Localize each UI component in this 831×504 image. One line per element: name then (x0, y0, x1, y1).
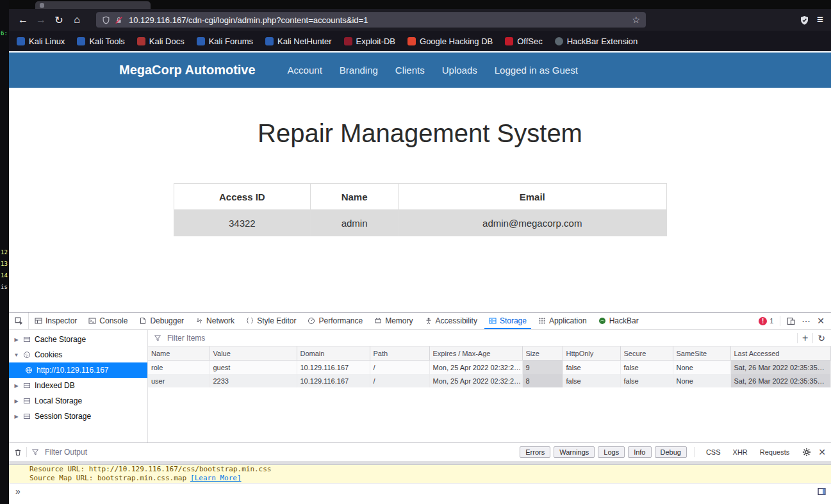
url-input[interactable] (128, 15, 627, 26)
responsive-design-mode-icon[interactable] (787, 317, 795, 325)
pick-element-button[interactable] (9, 313, 29, 329)
tab-style-editor[interactable]: Style Editor (240, 313, 302, 329)
cookie-cell[interactable]: / (370, 361, 429, 375)
nav-link-account[interactable]: Account (288, 65, 322, 76)
console-close-icon[interactable]: ✕ (818, 447, 826, 457)
cookie-cell[interactable]: false (563, 374, 620, 387)
cookie-cell[interactable]: user (148, 374, 210, 387)
chevron-right-icon[interactable]: ▶ (13, 337, 19, 343)
tab-memory[interactable]: Memory (368, 313, 418, 329)
console-settings-gear-icon[interactable] (802, 448, 811, 457)
nav-link-logged-in-as-guest[interactable]: Logged in as Guest (495, 65, 578, 76)
col-header-samesite[interactable]: SameSite (673, 346, 730, 361)
bookmark-kali-linux[interactable]: Kali Linux (17, 37, 65, 46)
storage-filter-input[interactable] (166, 333, 793, 343)
nav-link-uploads[interactable]: Uploads (442, 65, 477, 76)
sidebar-item-local-storage[interactable]: ▶ Local Storage (9, 393, 147, 409)
tab-network[interactable]: Network (190, 313, 240, 329)
chevron-down-icon[interactable]: ▼ (13, 352, 19, 358)
col-header-path[interactable]: Path (370, 346, 429, 361)
cookie-cell[interactable]: None (673, 361, 730, 375)
bookmark-google-hacking-db[interactable]: Google Hacking DB (407, 37, 493, 46)
console-message[interactable]: Source Map URL: bootstrap.min.css.map[Le… (9, 474, 831, 483)
tab-accessibility[interactable]: Accessibility (419, 313, 483, 329)
col-header-httponly[interactable]: HttpOnly (563, 346, 620, 361)
cookie-cell[interactable]: Sat, 26 Mar 2022 02:35:35… (730, 361, 831, 375)
filter-info-button[interactable]: Info (628, 446, 651, 458)
bookmark-kali-forums[interactable]: Kali Forums (197, 37, 253, 46)
cookie-cell[interactable]: false (563, 361, 620, 375)
error-badge-icon[interactable]: ! (759, 317, 767, 325)
cookie-cell[interactable]: role (148, 361, 210, 375)
chevron-right-icon[interactable]: ▶ (13, 383, 19, 389)
filter-debug-button[interactable]: Debug (655, 446, 687, 458)
bookmark-star-icon[interactable]: ☆ (632, 15, 640, 25)
filter-requests-button[interactable]: Requests (755, 447, 794, 457)
tab-performance[interactable]: Performance (302, 313, 368, 329)
col-header-name[interactable]: Name (148, 346, 210, 361)
reload-button[interactable]: ↻ (50, 12, 68, 28)
insecure-lock-icon[interactable] (115, 16, 123, 24)
nav-link-clients[interactable]: Clients (395, 65, 425, 76)
col-header-expires[interactable]: Expires / Max-Age (429, 346, 522, 361)
tab-storage[interactable]: Storage (483, 313, 532, 329)
cookie-cell[interactable]: false (620, 374, 673, 387)
sidebar-item-indexed-db[interactable]: ▶ Indexed DB (9, 378, 147, 393)
bookmark-offsec[interactable]: OffSec (505, 37, 543, 46)
cookie-row-user[interactable]: user 2233 10.129.116.167 / Mon, 25 Apr 2… (148, 374, 831, 387)
browser-tab[interactable] (35, 1, 151, 9)
extension-shield-icon[interactable] (800, 15, 809, 25)
url-bar[interactable]: ☆ (96, 12, 646, 28)
nav-link-branding[interactable]: Branding (340, 65, 378, 76)
filter-xhr-button[interactable]: XHR (728, 447, 752, 457)
menu-hamburger-icon[interactable]: ≡ (817, 13, 823, 26)
refresh-items-icon[interactable]: ↻ (818, 333, 825, 343)
col-header-size[interactable]: Size (522, 346, 563, 361)
col-header-value[interactable]: Value (210, 346, 297, 361)
tracking-protection-shield-icon[interactable] (102, 16, 110, 24)
tab-hackbar[interactable]: HackBar (593, 313, 645, 329)
sidebar-toggle-icon[interactable] (818, 487, 826, 496)
tab-debugger[interactable]: Debugger (133, 313, 190, 329)
home-button[interactable]: ⌂ (68, 12, 86, 28)
bookmark-kali-docs[interactable]: Kali Docs (137, 37, 185, 46)
cookie-cell[interactable]: false (620, 361, 673, 375)
console-message[interactable]: Resource URL: http://10.129.116.167/css/… (9, 465, 831, 474)
bookmark-kali-tools[interactable]: Kali Tools (77, 37, 124, 46)
sidebar-item-cookie-host[interactable]: http://10.129.116.167 (9, 362, 147, 378)
bookmark-hackbar-extension[interactable]: HackBar Extension (555, 37, 638, 46)
forward-button[interactable]: → (32, 12, 50, 28)
filter-logs-button[interactable]: Logs (598, 446, 625, 458)
bookmark-exploit-db[interactable]: Exploit-DB (344, 37, 395, 46)
tab-application[interactable]: Application (532, 313, 593, 329)
expand-console-chevrons-icon[interactable]: » (15, 486, 21, 496)
cookie-cell[interactable]: Mon, 25 Apr 2022 02:32:2… (429, 361, 522, 375)
cookie-cell[interactable]: 10.129.116.167 (297, 374, 370, 387)
learn-more-link[interactable]: [Learn More] (190, 474, 241, 482)
cookie-cell[interactable]: 2233 (210, 374, 297, 387)
back-button[interactable]: ← (14, 12, 32, 28)
cookie-cell[interactable]: 9 (522, 361, 563, 375)
devtools-meatball-menu-icon[interactable]: ⋯ (802, 316, 810, 326)
cookie-cell[interactable]: Mon, 25 Apr 2022 02:32:2… (429, 374, 522, 387)
tab-console[interactable]: Console (83, 313, 133, 329)
filter-css-button[interactable]: CSS (702, 447, 725, 457)
col-header-secure[interactable]: Secure (620, 346, 673, 361)
cookie-cell[interactable]: None (673, 374, 730, 387)
cookie-row-role[interactable]: role guest 10.129.116.167 / Mon, 25 Apr … (148, 361, 831, 375)
sidebar-item-cache-storage[interactable]: ▶ Cache Storage (9, 332, 147, 347)
cookie-cell[interactable]: guest (210, 361, 297, 375)
chevron-right-icon[interactable]: ▶ (13, 398, 19, 404)
tab-inspector[interactable]: Inspector (29, 313, 83, 329)
sidebar-item-cookies[interactable]: ▼ Cookies (9, 347, 147, 362)
filter-warnings-button[interactable]: Warnings (554, 446, 595, 458)
bookmark-kali-nethunter[interactable]: Kali NetHunter (265, 37, 332, 46)
site-brand[interactable]: MegaCorp Automotive (119, 63, 256, 77)
col-header-domain[interactable]: Domain (297, 346, 370, 361)
console-filter-input[interactable] (44, 447, 200, 457)
filter-errors-button[interactable]: Errors (520, 446, 550, 458)
cookie-cell[interactable]: Sat, 26 Mar 2022 02:35:35… (730, 374, 831, 387)
cookie-cell[interactable]: 8 (522, 374, 563, 387)
cookie-cell[interactable]: 10.129.116.167 (297, 361, 370, 375)
add-item-icon[interactable]: + (802, 332, 808, 344)
